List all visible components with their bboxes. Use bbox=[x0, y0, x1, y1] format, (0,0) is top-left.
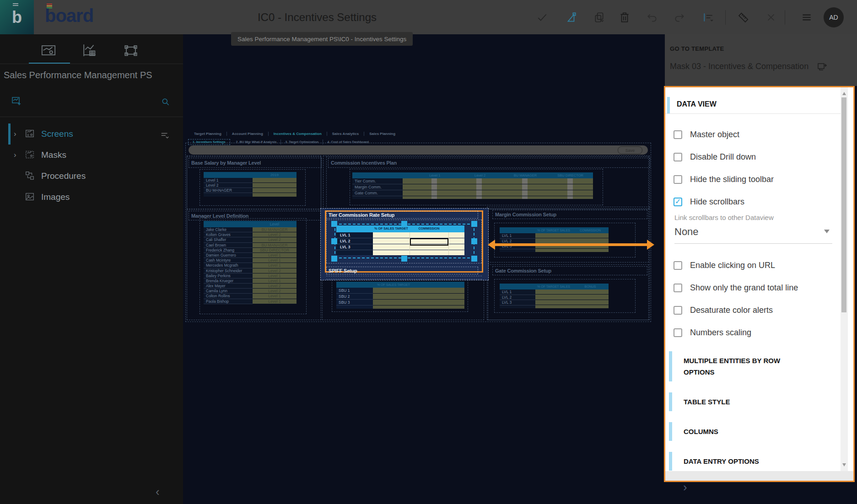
sidebar-divider bbox=[0, 117, 183, 117]
manager-name: Paola Bishop bbox=[204, 299, 253, 304]
tab-account-planning[interactable]: Account Planning bbox=[227, 132, 269, 136]
checkbox-row[interactable]: Hide the sliding toolbar bbox=[674, 168, 834, 191]
tab-capsules-icon[interactable] bbox=[40, 43, 60, 61]
tab-layout-icon[interactable] bbox=[123, 43, 143, 61]
column-header: % OF SALES TARGET bbox=[373, 283, 414, 286]
close-icon[interactable] bbox=[765, 11, 777, 23]
tab-target-planning[interactable]: Target Planning bbox=[189, 132, 227, 136]
section-header[interactable]: TABLE STYLE bbox=[669, 392, 834, 411]
manager-level: BU MANAGER bbox=[253, 227, 296, 232]
row-label: Level 2 bbox=[204, 183, 253, 188]
row-label: LVL 1 bbox=[500, 233, 535, 239]
tab-objects-icon[interactable] bbox=[81, 43, 102, 61]
checkbox[interactable] bbox=[674, 328, 682, 337]
manager-level: Level 2 bbox=[253, 284, 296, 289]
align-options-icon[interactable] bbox=[702, 11, 714, 23]
data-view-section-title[interactable]: DATA VIEW bbox=[677, 100, 717, 108]
panel-title-box: Commission Incentives Plan bbox=[328, 158, 650, 168]
checkbox[interactable] bbox=[674, 198, 682, 206]
panel-scrollbar[interactable] bbox=[841, 87, 848, 471]
column-header: BU MANAGER bbox=[503, 173, 548, 177]
row-labels: Tier Comm.Margin Comm.Gate Comm. bbox=[352, 178, 403, 199]
scroll-down-icon[interactable] bbox=[842, 463, 846, 468]
sidebar-item-screens[interactable]: › Screens bbox=[0, 123, 183, 145]
board-logo[interactable]: board bbox=[45, 5, 93, 26]
chevron-down-icon bbox=[824, 230, 830, 236]
manager-name: Jake Clarke bbox=[204, 227, 253, 232]
checkbox-row[interactable]: Master object bbox=[674, 123, 834, 146]
masks-icon bbox=[25, 150, 36, 161]
sidebar-item-images[interactable]: Images bbox=[0, 187, 183, 208]
section-accent-bar bbox=[669, 452, 672, 471]
selection-highlight[interactable] bbox=[325, 210, 483, 273]
checkbox[interactable] bbox=[674, 175, 682, 184]
section-header[interactable]: DATA ENTRY OPTIONS bbox=[669, 452, 834, 471]
table-row: Damien GuerreroLevel 1 bbox=[204, 253, 296, 258]
section-header[interactable]: COLUMNS bbox=[669, 422, 834, 441]
row-labels: LVL 1LVL 2LVL 3 bbox=[500, 290, 535, 308]
scrollbar-thumb[interactable] bbox=[841, 97, 846, 312]
chevron-right-icon[interactable]: › bbox=[14, 129, 21, 139]
checkbox[interactable] bbox=[674, 153, 682, 161]
checkbox-row[interactable]: Enable clicking on URL bbox=[674, 254, 834, 277]
search-icon[interactable] bbox=[161, 97, 170, 107]
undo-icon[interactable] bbox=[646, 11, 658, 23]
template-link[interactable]: Mask 03 - Incentives & Compensation bbox=[670, 62, 853, 71]
checkbox-row[interactable]: Show only the grand total line bbox=[674, 277, 834, 299]
checkbox-label: Numbers scaling bbox=[690, 328, 751, 338]
table-header: Level bbox=[204, 221, 296, 227]
column-header: COMMISSION bbox=[572, 229, 609, 232]
manager-table: Jake ClarkeBU MANAGERKolten GravesLevel … bbox=[204, 227, 296, 304]
table-header: % OF SALES TARGET bbox=[336, 282, 464, 288]
table-header: 2019 bbox=[204, 172, 296, 178]
checkbox-row[interactable]: Numbers scaling bbox=[674, 322, 834, 344]
checkbox-label: Desaturate color alerts bbox=[690, 306, 773, 315]
avatar[interactable]: AD bbox=[824, 7, 844, 27]
checkbox-row[interactable]: Disable Drill down bbox=[674, 146, 834, 168]
link-scrollbars-dropdown[interactable]: None bbox=[674, 223, 832, 244]
tab-incentives-compensation[interactable]: Incentives & Compensation bbox=[269, 132, 327, 136]
checkbox[interactable] bbox=[674, 284, 682, 292]
menu-icon[interactable] bbox=[801, 11, 813, 23]
template-header: GO TO TEMPLATE Mask 03 - Incentives & Co… bbox=[665, 34, 857, 86]
sidebar-item-masks[interactable]: › Masks bbox=[0, 145, 183, 166]
section-header[interactable]: MULTIPLE ENTITIES BY ROW OPTIONS bbox=[669, 351, 834, 381]
template-name: Mask 03 - Incentives & Compensation bbox=[670, 62, 808, 71]
screens-options-icon[interactable] bbox=[160, 131, 170, 139]
sidebar-collapse-chevron[interactable]: ‹ bbox=[156, 485, 160, 499]
checkbox[interactable] bbox=[674, 261, 682, 270]
column-header: % OF TARGET SALES bbox=[535, 285, 572, 288]
column-separator bbox=[476, 178, 482, 199]
row-label: SBU 3 bbox=[336, 300, 373, 306]
spiff-title-box: SPIFF Setup bbox=[326, 267, 478, 274]
scroll-up-icon[interactable] bbox=[842, 90, 846, 95]
checkbox-row[interactable]: Hide scrollbars bbox=[674, 191, 834, 213]
delete-icon[interactable] bbox=[619, 11, 631, 23]
logo-dots-icon bbox=[47, 4, 52, 5]
redo-icon[interactable] bbox=[674, 11, 685, 23]
chevron-right-icon[interactable]: › bbox=[14, 150, 21, 160]
table-row: Brenda KruegerLevel 1 bbox=[204, 279, 296, 284]
row-label: LVL 3 bbox=[500, 300, 535, 306]
confirm-icon[interactable] bbox=[536, 11, 548, 23]
checkbox-row[interactable]: Desaturate color alerts bbox=[674, 299, 834, 322]
manager-name: Damien Guerrero bbox=[204, 253, 253, 258]
design-mode-icon[interactable] bbox=[565, 11, 577, 23]
panel-expand-chevron[interactable]: › bbox=[683, 480, 687, 494]
tab-sales-analytics[interactable]: Sales Analytics bbox=[327, 132, 364, 136]
add-screen-icon[interactable] bbox=[11, 96, 22, 107]
row-label: Margin Comm. bbox=[352, 184, 403, 190]
layout-tools-icon[interactable] bbox=[738, 11, 749, 23]
tab-sales-planning[interactable]: Sales Planning bbox=[364, 132, 400, 136]
checkbox[interactable] bbox=[674, 130, 682, 139]
manager-level: Level 2 bbox=[253, 237, 296, 242]
copy-icon[interactable] bbox=[593, 11, 605, 23]
board-logo-mark[interactable]: b bbox=[0, 0, 34, 34]
section-label: TABLE STYLE bbox=[684, 392, 730, 411]
sidebar-item-procedures[interactable]: Procedures bbox=[0, 166, 183, 187]
manager-level: Level 1 bbox=[253, 263, 296, 268]
section-label: COLUMNS bbox=[684, 422, 718, 441]
checkbox[interactable] bbox=[674, 306, 682, 315]
manager-name: Kolten Graves bbox=[204, 232, 253, 237]
column-header: BONUS bbox=[572, 285, 609, 288]
